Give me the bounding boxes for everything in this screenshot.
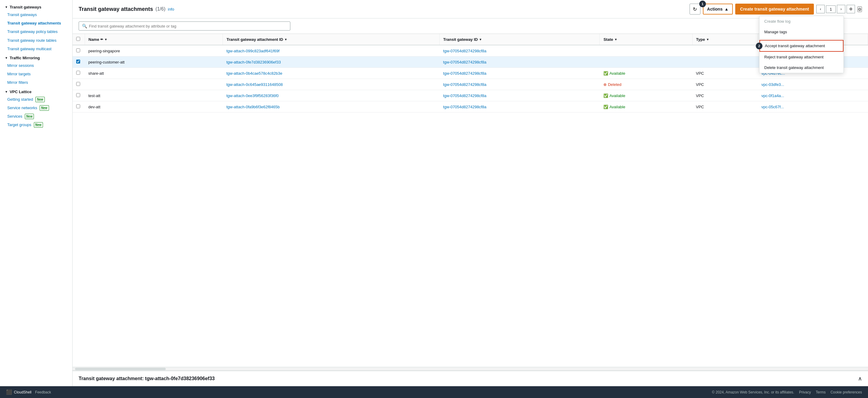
row-tgw-id: tgw-07054d8274298cf8a xyxy=(439,101,600,113)
pagination-settings-button[interactable]: ⚙ xyxy=(846,5,855,13)
attachment-id-link[interactable]: tgw-attach-0fe7d38236906ef33 xyxy=(226,60,281,64)
row-checkbox[interactable] xyxy=(76,82,80,86)
row-checkbox[interactable] xyxy=(76,71,80,75)
terms-link[interactable]: Terms xyxy=(816,390,826,394)
tgw-id-link[interactable]: tgw-07054d8274298cf8a xyxy=(443,49,486,53)
tgw-id-link[interactable]: tgw-07054d8274298cf8a xyxy=(443,105,486,109)
col-tgw-id: Transit gateway ID ▼ xyxy=(439,34,600,45)
sidebar-section-vpc-lattice[interactable]: ▼ VPC Lattice xyxy=(0,87,72,95)
dropdown-delete-tgw-attachment[interactable]: Delete transit gateway attachment xyxy=(760,62,843,73)
search-input[interactable] xyxy=(89,24,287,28)
row-checkbox[interactable] xyxy=(76,93,80,97)
dropdown-create-flow-log[interactable]: Create flow log xyxy=(760,16,843,27)
copyright: © 2024, Amazon Web Services, Inc. or its… xyxy=(712,390,794,394)
attachment-id-link[interactable]: tgw-attach-0fa9b6f3e62f8465b xyxy=(226,105,279,109)
row-type: VPC xyxy=(692,79,758,90)
cloudshell-button[interactable]: ⬛ CloudShell xyxy=(6,389,31,395)
row-tgw-id: tgw-07054d8274298cf8a xyxy=(439,45,600,57)
resource-id-link[interactable]: vpc-0f1a4a... xyxy=(762,93,784,98)
actions-button[interactable]: Actions ▲ xyxy=(703,4,733,14)
annotation-step-2: 2 xyxy=(756,43,763,49)
actions-label: Actions xyxy=(707,7,722,11)
tgw-id-link[interactable]: tgw-07054d8274298cf8a xyxy=(443,93,486,98)
available-icon: ✅ xyxy=(603,71,608,75)
attachment-id-link[interactable]: tgw-attach-0b4cae578c4c82b3e xyxy=(226,71,282,75)
privacy-link[interactable]: Privacy xyxy=(799,390,811,394)
feedback-link[interactable]: Feedback xyxy=(35,390,51,394)
sort-icon[interactable]: ▼ xyxy=(706,38,709,41)
table-settings-button[interactable]: ⊙ xyxy=(858,6,862,12)
row-checkbox[interactable] xyxy=(76,104,80,108)
sidebar-section-transit-gateways[interactable]: ▼ Transit gateways xyxy=(0,2,72,10)
header-actions: ↻ 1 Actions ▲ Create transit gateway att… xyxy=(689,4,862,14)
row-checkbox[interactable] xyxy=(76,49,80,52)
resource-id-link[interactable]: vpc-05c67f... xyxy=(762,105,784,109)
sidebar-item-mirror-sessions[interactable]: Mirror sessions xyxy=(0,61,72,70)
info-link[interactable]: info xyxy=(168,7,174,11)
sort-icon[interactable]: ▼ xyxy=(479,38,482,41)
sidebar-item-transit-gateway-attachments[interactable]: Transit gateway attachments xyxy=(0,19,72,28)
badge-new-services: New xyxy=(25,114,34,119)
scroll-bar[interactable] xyxy=(75,368,166,370)
attachment-id-link[interactable]: tgw-attach-0ee3f9f56283f36f0 xyxy=(226,93,279,98)
cloudshell-label: CloudShell xyxy=(14,390,31,394)
available-icon: ✅ xyxy=(603,105,608,109)
refresh-button[interactable]: ↻ xyxy=(689,4,701,14)
attachment-id-link[interactable]: tgw-attach-0c645ae9311648508 xyxy=(226,82,282,87)
table-row[interactable]: share-att tgw-attach-0b4cae578c4c82b3e t… xyxy=(72,68,868,79)
sidebar-item-transit-gateways[interactable]: Transit gateways xyxy=(0,10,72,19)
sort-icon[interactable]: ▼ xyxy=(614,38,617,41)
table-row[interactable]: dev-att tgw-attach-0fa9b6f3e62f8465b tgw… xyxy=(72,101,868,113)
main-content: Transit gateway attachments (1/6) info ↻… xyxy=(72,0,868,386)
sidebar-section-traffic-mirroring[interactable]: ▼ Traffic Mirroring xyxy=(0,53,72,61)
select-all-checkbox[interactable] xyxy=(76,37,80,41)
sidebar-item-target-groups[interactable]: Target groups New xyxy=(0,121,72,129)
detail-panel-collapse-button[interactable]: ∧ xyxy=(858,375,862,382)
table-row[interactable]: tgw-attach-0c645ae9311648508 tgw-07054d8… xyxy=(72,79,868,90)
prev-page-button[interactable]: ‹ xyxy=(816,5,825,13)
sidebar-item-services[interactable]: Services New xyxy=(0,112,72,121)
create-attachment-button[interactable]: Create transit gateway attachment xyxy=(735,4,814,14)
terminal-icon: ⬛ xyxy=(6,389,12,395)
sidebar: ▼ Transit gateways Transit gateways Tran… xyxy=(0,0,72,386)
sidebar-section-label: Traffic Mirroring xyxy=(10,56,40,60)
attachment-id-link[interactable]: tgw-attach-099c823adf641f69f xyxy=(226,49,279,53)
tgw-id-link[interactable]: tgw-07054d8274298cf8a xyxy=(443,71,486,75)
status-deleted: ⊗ Deleted xyxy=(603,82,689,87)
row-tgw-id: tgw-07054d8274298cf8a xyxy=(439,57,600,68)
dropdown-accept-tgw-attachment[interactable]: Accept transit gateway attachment xyxy=(760,40,843,52)
dropdown-reject-tgw-attachment[interactable]: Reject transit gateway attachment xyxy=(760,52,843,62)
next-page-button[interactable]: › xyxy=(837,5,845,13)
table-row[interactable]: peering-customer-att tgw-attach-0fe7d382… xyxy=(72,57,868,68)
row-checkbox[interactable] xyxy=(76,60,80,63)
page-number: 1 xyxy=(826,5,836,13)
table-row[interactable]: test-att tgw-attach-0ee3f9f56283f36f0 tg… xyxy=(72,90,868,101)
dropdown-menu: Create flow log Manage tags 2 Accept tra… xyxy=(759,16,844,73)
sidebar-item-service-networks[interactable]: Service networks New xyxy=(0,104,72,112)
tgw-id-link[interactable]: tgw-07054d8274298cf8a xyxy=(443,60,486,64)
col-attachment-id: Transit gateway attachment ID ▼ xyxy=(223,34,439,45)
sort-icon[interactable]: ▼ xyxy=(284,38,287,41)
sidebar-item-getting-started[interactable]: Getting started New xyxy=(0,95,72,104)
status-available: ✅ Available xyxy=(603,93,689,98)
sidebar-item-transit-gateway-multicast[interactable]: Transit gateway multicast xyxy=(0,45,72,53)
dropdown-manage-tags[interactable]: Manage tags xyxy=(760,27,843,37)
sidebar-item-transit-gateway-route-tables[interactable]: Transit gateway route tables xyxy=(0,36,72,45)
cookie-preferences-link[interactable]: Cookie preferences xyxy=(831,390,862,394)
sidebar-item-mirror-targets[interactable]: Mirror targets xyxy=(0,70,72,78)
sidebar-item-mirror-filters[interactable]: Mirror filters xyxy=(0,78,72,87)
tgw-id-link[interactable]: tgw-07054d8274298cf8a xyxy=(443,82,486,87)
table-row[interactable]: peering-singapore tgw-attach-099c823adf6… xyxy=(72,45,868,57)
chevron-down-icon: ▼ xyxy=(5,5,8,9)
resource-id-link[interactable]: vpc-03dfe3... xyxy=(762,82,784,87)
sidebar-item-transit-gateway-policy-tables[interactable]: Transit gateway policy tables xyxy=(0,28,72,36)
sort-icon[interactable]: ▼ xyxy=(104,38,107,41)
row-checkbox-cell xyxy=(72,68,85,79)
page-title: Transit gateway attachments xyxy=(79,6,153,12)
page-header: Transit gateway attachments (1/6) info ↻… xyxy=(72,0,868,19)
row-type: VPC xyxy=(692,90,758,101)
pagination: ‹ 1 › ⚙ xyxy=(816,5,855,13)
table-header-row: Name ✏ ▼ Transit gateway attachment ID ▼ xyxy=(72,34,868,45)
edit-icon[interactable]: ✏ xyxy=(100,37,103,41)
footer-right: © 2024, Amazon Web Services, Inc. or its… xyxy=(712,390,862,394)
